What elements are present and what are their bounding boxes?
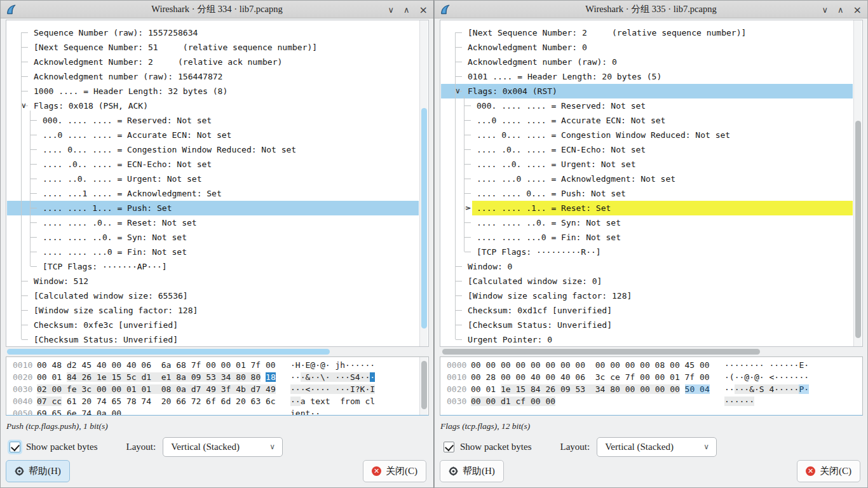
layout-select[interactable]: Vertical (Stacked) ∨ — [597, 437, 717, 457]
tree-row[interactable]: .... .... .0.. = Reset: Not set — [7, 215, 419, 230]
tree-row[interactable]: 1000 .... = Header Length: 32 bytes (8) — [7, 84, 419, 98]
tree-row[interactable]: Window: 0 — [441, 259, 853, 274]
hex-bytes[interactable]: 07 cc 61 20 74 65 78 74 20 66 72 6f 6d 2… — [37, 395, 276, 407]
hex-bytes[interactable]: 00 00 00 00 00 00 00 00 00 00 00 00 08 0… — [471, 359, 710, 371]
hex-row[interactable]: 002000 01 1e 15 84 26 09 53 34 80 00 00 … — [440, 383, 862, 395]
hex-row[interactable]: 003000 00 d1 cf 00 00······ — [440, 395, 862, 407]
titlebar[interactable]: Wireshark · 分组 334 · lib7.pcapng ∨ ∧ × — [1, 1, 433, 18]
tree-row[interactable]: ∨Flags: 0x004 (RST) — [441, 84, 853, 98]
hex-ascii[interactable]: ···&··\· ···S4··· — [290, 371, 375, 383]
scrollbar-thumb[interactable] — [421, 361, 427, 409]
shade-chevron-down-icon[interactable]: ∨ — [388, 5, 395, 15]
hex-vertical-scrollbar[interactable] — [419, 357, 428, 415]
tree-row[interactable]: ∨.... .... .1.. = Reset: Set — [441, 201, 853, 215]
hex-view[interactable]: 001000 48 d2 45 40 00 40 06 6a 68 7f 00 … — [6, 356, 429, 416]
help-button[interactable]: 帮助(H) — [440, 460, 504, 482]
tree-row[interactable]: [Calculated window size: 65536] — [7, 288, 419, 303]
show-packet-bytes-checkbox[interactable] — [10, 442, 20, 452]
tree-row[interactable]: .... .... ...0 = Fin: Not set — [441, 230, 853, 245]
close-window-icon[interactable]: × — [853, 4, 862, 16]
layout-select[interactable]: Vertical (Stacked) ∨ — [163, 437, 283, 457]
tree-row[interactable]: .... .0.. .... = ECN-Echo: Not set — [7, 157, 419, 172]
expander-collapsed-icon[interactable]: ∨ — [461, 205, 475, 211]
hex-row[interactable]: 001000 48 d2 45 40 00 40 06 6a 68 7f 00 … — [6, 359, 428, 371]
tree-row[interactable]: 000. .... .... = Reserved: Not set — [441, 98, 853, 113]
tree-row[interactable]: 000. .... .... = Reserved: Not set — [7, 113, 419, 128]
tree-row[interactable]: .... 0... .... = Congestion Window Reduc… — [441, 128, 853, 142]
close-window-icon[interactable]: × — [419, 4, 428, 16]
tree-row[interactable]: [Checksum Status: Unverified] — [441, 318, 853, 332]
tree-row[interactable]: Sequence Number (raw): 1557258634 — [7, 25, 419, 40]
hex-bytes[interactable]: 00 00 d1 cf 00 00 — [471, 395, 555, 407]
hex-row[interactable]: 005069 65 6e 74 0a 00ient·· — [6, 407, 428, 416]
tree-horizontal-scrollbar[interactable] — [6, 348, 429, 356]
packet-detail-tree[interactable]: Sequence Number (raw): 1557258634[Next S… — [6, 20, 429, 347]
tree-row[interactable]: Acknowledgment Number: 0 — [441, 40, 853, 55]
tree-row[interactable]: [Window size scaling factor: 128] — [7, 303, 419, 318]
scrollbar-thumb[interactable] — [421, 108, 427, 329]
tree-row[interactable]: .... .... 1... = Push: Set — [7, 201, 419, 215]
hex-ascii[interactable]: ··a text from cl — [290, 395, 375, 407]
hex-bytes[interactable]: 69 65 6e 74 0a 00 — [37, 407, 121, 416]
tree-row[interactable]: Acknowledgment number (raw): 0 — [441, 55, 853, 69]
tree-row[interactable]: 0101 .... = Header Length: 20 bytes (5) — [441, 69, 853, 84]
tree-row[interactable]: .... .... ..0. = Syn: Not set — [441, 215, 853, 230]
tree-row[interactable]: .... .0.. .... = ECN-Echo: Not set — [441, 142, 853, 157]
hex-bytes[interactable]: 00 01 1e 15 84 26 09 53 34 80 00 00 00 0… — [471, 383, 710, 395]
expander-expanded-icon[interactable]: ∨ — [21, 98, 27, 113]
hex-bytes[interactable]: 00 01 84 26 1e 15 5c d1 e1 8a 09 53 34 8… — [37, 371, 276, 383]
titlebar[interactable]: Wireshark · 分组 335 · lib7.pcapng ∨ ∧ × — [435, 1, 867, 18]
hex-ascii[interactable]: ········ ······E· — [724, 359, 809, 371]
close-button[interactable]: ✕ 关闭(C) — [363, 460, 426, 482]
expander-expanded-icon[interactable]: ∨ — [455, 84, 461, 98]
hex-row[interactable]: 001000 28 00 00 40 00 40 06 3c ce 7f 00 … — [440, 371, 862, 383]
tree-row[interactable]: Acknowledgment Number: 2 (relative ack n… — [7, 55, 419, 69]
tree-row[interactable]: .... 0... .... = Congestion Window Reduc… — [7, 142, 419, 157]
hex-row[interactable]: 003002 00 fe 3c 00 00 01 01 08 0a d7 49 … — [6, 383, 428, 395]
show-packet-bytes-checkbox[interactable] — [444, 442, 454, 452]
tree-row[interactable]: [TCP Flags: ·······AP···] — [7, 259, 419, 274]
tree-row[interactable]: .... ..0. .... = Urgent: Not set — [441, 157, 853, 172]
tree-row[interactable]: .... .... 0... = Push: Not set — [441, 186, 853, 201]
tree-row[interactable]: .... ...0 .... = Acknowledgment: Not set — [441, 172, 853, 186]
help-button[interactable]: 帮助(H) — [6, 460, 70, 482]
hex-ascii[interactable]: ·····&·S 4·····P· — [724, 383, 809, 395]
hex-row[interactable]: 000000 00 00 00 00 00 00 00 00 00 00 00 … — [440, 359, 862, 371]
tree-row[interactable]: [Next Sequence Number: 2 (relative seque… — [441, 25, 853, 40]
tree-row[interactable]: ∨Flags: 0x018 (PSH, ACK) — [7, 98, 419, 113]
tree-row[interactable]: Acknowledgment number (raw): 156447872 — [7, 69, 419, 84]
tree-row[interactable]: .... .... ...0 = Fin: Not set — [7, 245, 419, 259]
tree-row[interactable]: ...0 .... .... = Accurate ECN: Not set — [7, 128, 419, 142]
tree-row[interactable]: ...0 .... .... = Accurate ECN: Not set — [441, 113, 853, 128]
shade-chevron-down-icon[interactable]: ∨ — [822, 5, 829, 15]
hex-bytes[interactable]: 00 48 d2 45 40 00 40 06 6a 68 7f 00 00 0… — [37, 359, 276, 371]
tree-row[interactable]: Checksum: 0xd1cf [unverified] — [441, 303, 853, 318]
hex-row[interactable]: 004007 cc 61 20 74 65 78 74 20 66 72 6f … — [6, 395, 428, 407]
scrollbar-thumb[interactable] — [7, 349, 330, 355]
hex-bytes[interactable]: 00 28 00 00 40 00 40 06 3c ce 7f 00 00 0… — [471, 371, 710, 383]
hex-ascii[interactable]: ·H·E@·@· jh······ — [290, 359, 375, 371]
unshade-chevron-up-icon[interactable]: ∧ — [837, 5, 844, 15]
tree-horizontal-scrollbar[interactable] — [440, 348, 863, 356]
tree-row[interactable]: .... ...1 .... = Acknowledgment: Set — [7, 186, 419, 201]
tree-row[interactable]: Urgent Pointer: 0 — [441, 332, 853, 347]
hex-ascii[interactable]: ······ — [724, 395, 754, 407]
scrollbar-thumb[interactable] — [442, 349, 760, 355]
tree-row[interactable]: [TCP Flags: ·········R··] — [441, 245, 853, 259]
tree-row[interactable]: [Checksum Status: Unverified] — [7, 332, 419, 347]
close-button[interactable]: ✕ 关闭(C) — [797, 460, 860, 482]
packet-detail-tree[interactable]: [Next Sequence Number: 2 (relative seque… — [440, 20, 863, 347]
tree-row[interactable]: [Next Sequence Number: 51 (relative sequ… — [7, 40, 419, 55]
scrollbar-thumb[interactable] — [855, 121, 861, 338]
hex-ascii[interactable]: ·(··@·@· <······· — [724, 371, 809, 383]
tree-row[interactable]: [Calculated window size: 0] — [441, 274, 853, 288]
tree-row[interactable]: [Window size scaling factor: 128] — [441, 288, 853, 303]
unshade-chevron-up-icon[interactable]: ∧ — [403, 5, 410, 15]
hex-bytes[interactable]: 02 00 fe 3c 00 00 01 01 08 0a d7 49 3f 4… — [37, 383, 276, 395]
hex-ascii[interactable]: ient·· — [290, 407, 320, 416]
tree-vertical-scrollbar[interactable] — [853, 20, 862, 346]
tree-row[interactable]: .... .... ..0. = Syn: Not set — [7, 230, 419, 245]
hex-view[interactable]: 000000 00 00 00 00 00 00 00 00 00 00 00 … — [440, 356, 863, 416]
tree-row[interactable]: Checksum: 0xfe3c [unverified] — [7, 318, 419, 332]
hex-row[interactable]: 002000 01 84 26 1e 15 5c d1 e1 8a 09 53 … — [6, 371, 428, 383]
